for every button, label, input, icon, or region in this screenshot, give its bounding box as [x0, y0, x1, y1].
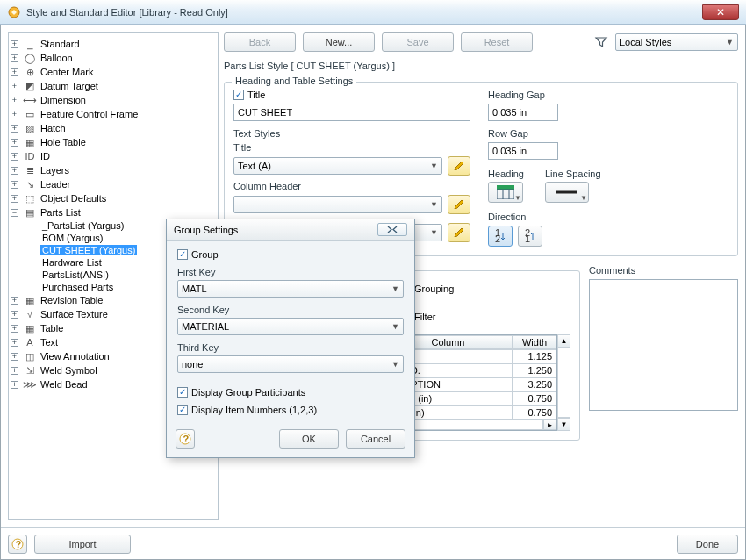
expand-icon[interactable]: + [11, 83, 18, 90]
tree-item-label[interactable]: Feature Control Frame [39, 109, 140, 119]
heading-gap-input[interactable] [488, 104, 558, 121]
tree-item-label[interactable]: Revision Table [39, 295, 104, 305]
tree-item-label[interactable]: Weld Bead [39, 379, 90, 390]
expand-icon[interactable]: + [11, 353, 18, 361]
tree-item[interactable]: +▨Hatch [11, 121, 216, 135]
tree-item-label[interactable]: Hole Table [39, 137, 88, 147]
tree-item-label[interactable]: Center Mark [39, 67, 96, 77]
group-checkbox[interactable]: ✓Group [177, 249, 404, 260]
tree-item[interactable]: +◩Datum Target [11, 79, 216, 93]
title-input[interactable] [233, 104, 470, 121]
title-style-label: Title [233, 142, 470, 153]
filter-icon[interactable] [594, 35, 608, 49]
tree-item-label[interactable]: Datum Target [39, 81, 100, 91]
expand-icon[interactable]: − [11, 209, 18, 217]
tree-child-label[interactable]: Hardware List [40, 257, 104, 268]
expand-icon[interactable]: + [11, 297, 18, 305]
second-key-label: Second Key [177, 305, 229, 315]
row-gap-input[interactable] [488, 142, 558, 160]
tree-item[interactable]: +▦Hole Table [11, 135, 216, 149]
expand-icon[interactable]: + [11, 195, 18, 203]
tree-child-label[interactable]: CUT SHEET (Yargus) [40, 245, 137, 255]
tree-item-label[interactable]: Standard [39, 39, 82, 49]
tree-child-label[interactable]: PartsList(ANSI) [40, 269, 111, 280]
third-key-combo[interactable]: none▼ [177, 355, 404, 373]
expand-icon[interactable]: + [11, 381, 18, 389]
expand-icon[interactable]: + [11, 54, 18, 62]
tree-item[interactable]: +≣Layers [11, 163, 216, 177]
comments-textarea[interactable] [589, 279, 738, 411]
line-spacing-button[interactable]: ▼ [545, 182, 589, 203]
expand-icon[interactable]: + [11, 97, 18, 104]
tree-item-label[interactable]: Layers [39, 165, 71, 176]
first-key-combo[interactable]: MATL▼ [177, 280, 404, 298]
dialog-help-button[interactable]: ? [176, 429, 195, 449]
tree-child-label[interactable]: BOM (Yargus) [40, 233, 104, 243]
ok-button[interactable]: OK [279, 429, 339, 449]
tree-node-icon: ↘ [23, 178, 37, 190]
expand-icon[interactable]: + [11, 339, 18, 347]
edit-colhdr-style-button[interactable] [448, 195, 470, 214]
tree-item-label[interactable]: View Annotation [39, 351, 111, 362]
import-button[interactable]: Import [34, 535, 131, 554]
tree-child-label[interactable]: Purchased Parts [40, 282, 115, 292]
save-button[interactable]: Save [382, 32, 454, 52]
expand-icon[interactable]: + [11, 125, 18, 133]
style-scope-combo[interactable]: Local Styles ▼ [615, 33, 738, 51]
tree-item[interactable]: +⊕Center Mark [11, 65, 216, 79]
tree-item[interactable]: +↘Leader [11, 177, 216, 191]
tree-node-icon: ID [23, 150, 37, 162]
expand-icon[interactable]: + [11, 311, 18, 319]
expand-icon[interactable]: + [11, 325, 18, 333]
help-button[interactable]: ? [8, 535, 27, 554]
title-checkbox[interactable]: ✓ Title [233, 90, 470, 100]
edit-title-style-button[interactable] [448, 156, 470, 176]
tree-child-label[interactable]: _PartsList (Yargus) [40, 220, 126, 231]
tree-item[interactable]: +⬚Object Defaults [11, 191, 216, 205]
second-key-combo[interactable]: MATERIAL▼ [177, 318, 404, 335]
tree-item-label[interactable]: Text [39, 337, 60, 348]
tree-node-icon: ▤ [23, 206, 37, 219]
tree-item[interactable]: +⎯Standard [11, 37, 216, 51]
edit-extra-style-button[interactable] [448, 223, 470, 242]
tree-item-label[interactable]: Balloon [39, 53, 75, 63]
window-close-button[interactable]: ✕ [702, 4, 739, 20]
tree-item[interactable]: +◯Balloon [11, 51, 216, 65]
col-header-combo[interactable]: ▼ [233, 196, 442, 213]
back-button[interactable]: Back [224, 32, 296, 52]
expand-icon[interactable]: + [11, 139, 18, 147]
expand-icon[interactable]: + [11, 167, 18, 175]
new-button[interactable]: New... [303, 32, 375, 52]
tree-item-label[interactable]: Table [39, 323, 65, 334]
expand-icon[interactable]: + [11, 40, 18, 48]
tree-item-label[interactable]: Leader [39, 179, 72, 190]
tree-item[interactable]: +⟷Dimension [11, 93, 216, 107]
tree-item-label[interactable]: Dimension [39, 95, 88, 105]
expand-icon[interactable]: + [11, 68, 18, 76]
tree-item[interactable]: +▭Feature Control Frame [11, 107, 216, 121]
tree-item-label[interactable]: Surface Texture [39, 309, 110, 319]
cancel-button[interactable]: Cancel [346, 429, 405, 449]
expand-icon[interactable]: + [11, 181, 18, 189]
done-button[interactable]: Done [677, 535, 738, 554]
expand-icon[interactable]: + [11, 111, 18, 118]
title-style-combo[interactable]: Text (A)▼ [233, 157, 442, 175]
svg-rect-1 [497, 185, 514, 190]
reset-button[interactable]: Reset [461, 32, 533, 52]
tree-item-label[interactable]: Weld Symbol [39, 365, 99, 376]
tree-item[interactable]: −▤Parts List [11, 205, 216, 219]
tree-item-label[interactable]: Parts List [39, 207, 82, 218]
tree-item[interactable]: +IDID [11, 149, 216, 163]
expand-icon[interactable]: + [11, 153, 18, 161]
expand-icon[interactable]: + [11, 367, 18, 375]
display-participants-checkbox[interactable]: ✓Display Group Participants [177, 387, 404, 398]
tree-node-icon: ⟷ [23, 94, 37, 106]
dialog-close-button[interactable] [377, 223, 407, 236]
direction-up-button[interactable]: 21 [518, 226, 542, 247]
tree-item-label[interactable]: Object Defaults [39, 193, 108, 204]
direction-down-button[interactable]: 12 [488, 226, 513, 247]
display-item-numbers-checkbox[interactable]: ✓Display Item Numbers (1,2,3) [177, 405, 404, 415]
heading-placement-button[interactable]: ▼ [488, 182, 523, 203]
tree-item-label[interactable]: Hatch [39, 123, 68, 133]
tree-item-label[interactable]: ID [39, 151, 52, 162]
